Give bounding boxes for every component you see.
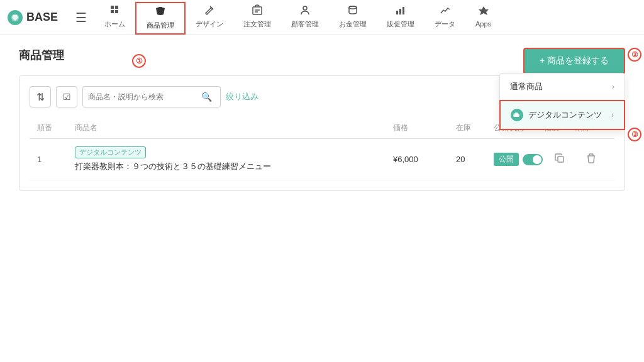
sort-icon: ⇅ bbox=[36, 91, 45, 103]
customers-icon bbox=[299, 4, 311, 18]
products-icon bbox=[155, 6, 166, 19]
data-icon bbox=[440, 4, 451, 18]
table-row: 1 デジタルコンテンツ 打楽器教則本：９つの技術と３５の基礎練習メニュー ¥6,… bbox=[30, 139, 614, 180]
money-icon bbox=[347, 4, 358, 18]
register-button[interactable]: + 商品を登録する bbox=[523, 48, 625, 74]
product-price: ¥6,000 bbox=[393, 155, 456, 164]
nav-item-design[interactable]: デザイン bbox=[186, 0, 233, 35]
filter-link[interactable]: 絞り込み bbox=[226, 91, 258, 102]
dropdown-digital[interactable]: デジタルコンテンツ › bbox=[499, 100, 625, 130]
annotation-badge-3: ③ bbox=[628, 128, 641, 141]
logo-text: BASE bbox=[26, 11, 58, 24]
svg-point-11 bbox=[303, 6, 307, 10]
nav-bar: ホーム 商品管理 デザイン 注文管理 顧客管理 bbox=[94, 0, 636, 35]
checkbox-icon: ☑ bbox=[63, 92, 71, 102]
sales-icon bbox=[395, 4, 406, 18]
copy-button[interactable] bbox=[544, 152, 575, 167]
svg-rect-6 bbox=[158, 7, 162, 9]
logo[interactable]: BASE bbox=[8, 10, 58, 25]
hamburger-menu[interactable]: ☰ bbox=[68, 10, 94, 25]
dropdown-normal[interactable]: 通常商品 › bbox=[500, 74, 625, 101]
nav-label-design: デザイン bbox=[196, 19, 223, 29]
search-box: 🔍 bbox=[82, 86, 221, 107]
status-badge: 公開 bbox=[494, 153, 544, 166]
main-content: 商品管理 ⇅ ☑ 🔍 絞り込み 順番 商品名 価格 在庫 公開状態 複製 削除 bbox=[0, 35, 644, 204]
svg-rect-15 bbox=[402, 7, 404, 14]
annotation-badge-2: ② bbox=[628, 48, 641, 62]
orders-icon bbox=[252, 4, 263, 18]
nav-item-customers[interactable]: 顧客管理 bbox=[281, 0, 329, 35]
dropdown-menu: 通常商品 › デジタルコンテンツ › bbox=[499, 73, 625, 130]
nav-label-money: お金管理 bbox=[339, 19, 367, 29]
search-icon: 🔍 bbox=[201, 92, 212, 102]
design-icon bbox=[204, 4, 215, 18]
chevron-right-icon-2: › bbox=[611, 111, 614, 119]
chevron-right-icon: › bbox=[612, 82, 614, 91]
nav-label-products: 商品管理 bbox=[147, 21, 174, 30]
status-text: 公開 bbox=[494, 153, 519, 166]
nav-item-orders[interactable]: 注文管理 bbox=[233, 0, 281, 35]
annotation-badge-1: ① bbox=[132, 54, 146, 68]
delete-button[interactable] bbox=[575, 152, 607, 167]
nav-item-home[interactable]: ホーム bbox=[94, 0, 135, 35]
nav-label-sales: 販促管理 bbox=[387, 19, 414, 29]
svg-rect-3 bbox=[111, 10, 114, 13]
nav-label-home: ホーム bbox=[104, 19, 125, 29]
col-header-stock: 在庫 bbox=[456, 123, 494, 133]
logo-icon bbox=[8, 10, 23, 25]
select-button[interactable]: ☑ bbox=[56, 86, 77, 107]
svg-point-12 bbox=[349, 6, 357, 9]
nav-item-money[interactable]: お金管理 bbox=[329, 0, 377, 35]
nav-item-sales[interactable]: 販促管理 bbox=[377, 0, 425, 35]
product-info: デジタルコンテンツ 打楽器教則本：９つの技術と３５の基礎練習メニュー bbox=[75, 146, 393, 172]
cloud-icon bbox=[511, 109, 523, 121]
svg-rect-13 bbox=[396, 11, 398, 14]
header: BASE ☰ ホーム 商品管理 デザイン bbox=[0, 0, 644, 35]
svg-rect-16 bbox=[558, 156, 564, 162]
nav-item-apps[interactable]: Apps bbox=[465, 0, 501, 35]
nav-label-customers: 顧客管理 bbox=[291, 19, 319, 29]
col-header-price: 価格 bbox=[393, 123, 456, 133]
nav-label-apps: Apps bbox=[475, 20, 491, 28]
normal-item-label: 通常商品 bbox=[510, 81, 543, 92]
col-header-name: 商品名 bbox=[75, 123, 393, 133]
nav-item-data[interactable]: データ bbox=[425, 0, 465, 35]
col-header-num: 順番 bbox=[37, 123, 75, 133]
product-stock: 20 bbox=[456, 155, 494, 164]
svg-rect-4 bbox=[115, 6, 118, 9]
search-input[interactable] bbox=[88, 92, 201, 101]
apps-icon bbox=[478, 5, 489, 18]
home-icon bbox=[109, 4, 121, 18]
svg-rect-8 bbox=[253, 7, 262, 14]
svg-rect-14 bbox=[399, 9, 401, 14]
sort-button[interactable]: ⇅ bbox=[30, 86, 51, 107]
status-toggle[interactable] bbox=[523, 154, 543, 165]
nav-label-data: データ bbox=[435, 19, 455, 29]
row-number: 1 bbox=[37, 155, 75, 164]
product-name[interactable]: 打楽器教則本：９つの技術と３５の基礎練習メニュー bbox=[75, 161, 393, 172]
nav-label-orders: 注文管理 bbox=[243, 19, 271, 29]
digital-item-label: デジタルコンテンツ bbox=[528, 109, 602, 121]
nav-item-products[interactable]: 商品管理 bbox=[135, 2, 186, 35]
digital-badge: デジタルコンテンツ bbox=[75, 146, 146, 158]
svg-rect-5 bbox=[115, 10, 118, 13]
svg-rect-2 bbox=[111, 6, 114, 9]
